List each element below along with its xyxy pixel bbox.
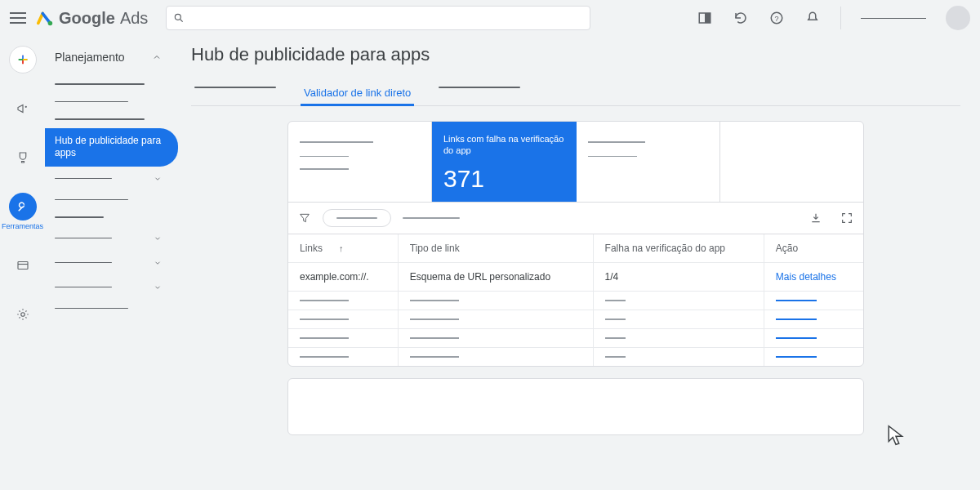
chevron-up-icon xyxy=(152,52,162,62)
avatar[interactable] xyxy=(946,6,970,30)
table-row[interactable] xyxy=(288,348,863,367)
secnav-item[interactable] xyxy=(45,275,172,300)
plus-icon xyxy=(16,53,29,66)
rail-tools-label: Ferramentas xyxy=(2,222,43,230)
secnav-item[interactable] xyxy=(45,251,172,275)
separator xyxy=(840,7,841,29)
help-icon[interactable]: ? xyxy=(768,10,785,26)
tile-value: 371 xyxy=(443,165,565,193)
cell-tipo: Esquema de URL personalizado xyxy=(398,263,593,292)
create-button[interactable] xyxy=(9,46,37,74)
secnav-item[interactable] xyxy=(45,226,172,251)
chevron-down-icon xyxy=(154,234,162,243)
svg-point-0 xyxy=(48,21,52,25)
table-row[interactable] xyxy=(288,329,863,348)
secnav-item[interactable] xyxy=(45,167,172,191)
rail-admin[interactable] xyxy=(9,301,37,328)
tab-validador[interactable]: Validador de link direto xyxy=(301,80,414,105)
page-title: Hub de publicidade para apps xyxy=(191,44,960,65)
tools-icon xyxy=(16,199,30,214)
secnav-item[interactable] xyxy=(45,300,172,318)
table-row[interactable] xyxy=(288,292,863,310)
action-link[interactable] xyxy=(776,337,817,339)
appearance-icon[interactable] xyxy=(697,10,713,26)
svg-rect-4 xyxy=(705,13,710,23)
download-icon[interactable] xyxy=(809,212,822,225)
megaphone-icon xyxy=(16,101,30,116)
tab-placeholder[interactable] xyxy=(435,80,523,105)
links-table: Links↑ Tipo de link Falha na verificação… xyxy=(288,234,863,366)
svg-text:?: ? xyxy=(774,15,778,23)
table-row[interactable] xyxy=(288,310,863,329)
notifications-icon[interactable] xyxy=(804,10,821,26)
search-input[interactable] xyxy=(166,6,590,30)
lower-card xyxy=(287,378,864,435)
svg-point-14 xyxy=(20,313,24,317)
menu-icon[interactable] xyxy=(10,12,26,24)
secnav-item[interactable] xyxy=(45,191,172,209)
google-ads-logo-icon xyxy=(36,9,54,27)
secnav-item[interactable] xyxy=(45,93,172,111)
tile-label: Links com falha na verificação do app xyxy=(443,133,565,157)
summary-tile[interactable] xyxy=(288,122,432,202)
rail-tools[interactable]: Ferramentas xyxy=(2,193,43,230)
svg-rect-12 xyxy=(18,262,28,270)
svg-point-1 xyxy=(176,14,181,20)
account-name-placeholder xyxy=(861,18,926,19)
tab-placeholder[interactable] xyxy=(191,80,279,105)
refresh-icon[interactable] xyxy=(733,10,749,26)
action-link[interactable] xyxy=(776,318,817,320)
search-icon xyxy=(173,12,185,24)
filter-icon[interactable] xyxy=(298,212,311,225)
th-links[interactable]: Links↑ xyxy=(288,234,398,263)
summary-card: Links com falha na verificação do app 37… xyxy=(287,121,864,367)
cursor-icon xyxy=(884,423,908,448)
chevron-down-icon xyxy=(154,283,162,292)
cell-falha: 1/4 xyxy=(593,263,764,292)
rail-campaigns[interactable] xyxy=(9,95,37,122)
action-link[interactable] xyxy=(776,356,817,358)
rail-goals[interactable] xyxy=(9,144,37,172)
tabs: Validador de link direto xyxy=(191,80,960,106)
trophy-icon xyxy=(16,150,30,165)
th-tipo[interactable]: Tipo de link xyxy=(398,234,593,263)
more-details-link[interactable]: Mais detalhes xyxy=(776,271,836,283)
rail-billing[interactable] xyxy=(9,252,37,279)
sort-up-icon: ↑ xyxy=(339,243,344,253)
summary-tile[interactable] xyxy=(577,122,720,202)
filter-chip[interactable] xyxy=(323,209,391,227)
table-row[interactable]: example.com://. Esquema de URL personali… xyxy=(288,263,863,292)
gear-icon xyxy=(16,307,30,322)
logo-text-product: Google xyxy=(59,9,115,28)
fullscreen-icon[interactable] xyxy=(840,212,853,225)
summary-tile[interactable] xyxy=(720,122,863,202)
logo: Google Ads xyxy=(36,9,148,28)
secnav-item[interactable] xyxy=(45,110,172,128)
chevron-down-icon xyxy=(154,259,162,267)
th-falha[interactable]: Falha na verificação do app xyxy=(593,234,764,263)
secnav-heading[interactable]: Planejamento xyxy=(45,46,172,75)
cell-link: example.com://. xyxy=(288,263,398,292)
logo-text-sub: Ads xyxy=(120,9,148,28)
th-acao[interactable]: Ação xyxy=(764,234,863,263)
chevron-down-icon xyxy=(154,175,162,183)
svg-point-11 xyxy=(24,106,26,108)
secnav-item[interactable] xyxy=(45,208,172,226)
action-link[interactable] xyxy=(776,300,817,301)
summary-tile-failed[interactable]: Links com falha na verificação do app 37… xyxy=(432,122,577,202)
secnav-item[interactable] xyxy=(45,75,172,93)
svg-line-2 xyxy=(180,20,183,22)
secnav-active-item[interactable]: Hub de publicidade para apps xyxy=(45,128,178,167)
billing-icon xyxy=(16,258,30,273)
